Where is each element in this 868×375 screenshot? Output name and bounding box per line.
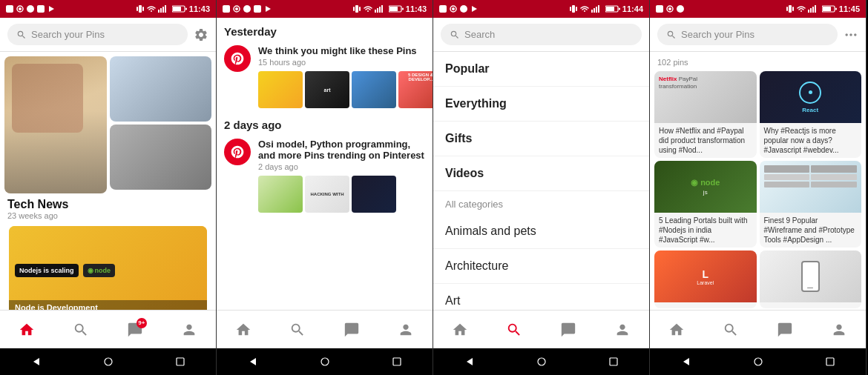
pin-card-s4-2[interactable]: React Why #Reactjs is more popular now a… bbox=[760, 71, 862, 158]
svg-rect-63 bbox=[808, 10, 809, 13]
recent-btn-4[interactable] bbox=[824, 356, 836, 368]
pin-img-react: React bbox=[760, 71, 862, 123]
nav-home-1[interactable] bbox=[18, 321, 36, 339]
nav-profile-2[interactable] bbox=[397, 321, 415, 339]
search-bar-container-4: Search your Pins bbox=[650, 18, 866, 52]
svg-point-58 bbox=[668, 7, 671, 10]
notif-item-2[interactable]: Osi model, Python programming, and more … bbox=[224, 139, 425, 213]
pinterest-logo-1 bbox=[230, 51, 245, 66]
search-bar-1[interactable]: Search your Pins bbox=[7, 24, 188, 45]
category-art[interactable]: Art bbox=[433, 284, 649, 310]
svg-marker-53 bbox=[467, 358, 473, 365]
status-icons-right-4: 11:45 bbox=[786, 4, 860, 13]
settings-icon-4[interactable] bbox=[844, 27, 858, 42]
pin-caption-4: Finest 9 Popular #Wireframe and #Prototy… bbox=[760, 213, 862, 248]
app-icon-2a bbox=[223, 5, 230, 13]
pin-card-phone[interactable] bbox=[110, 56, 212, 122]
svg-rect-23 bbox=[254, 5, 261, 13]
svg-marker-70 bbox=[683, 358, 689, 365]
status-icons-left bbox=[6, 5, 55, 13]
svg-rect-26 bbox=[355, 5, 358, 13]
svg-rect-28 bbox=[375, 10, 376, 13]
android-nav-1 bbox=[0, 348, 216, 375]
feed-content-1: Tech News 23 weeks ago Nodejs is scaling… bbox=[0, 52, 216, 310]
nav-profile-1[interactable] bbox=[180, 321, 198, 339]
svg-marker-5 bbox=[49, 6, 54, 12]
search-bar-3[interactable]: Search bbox=[441, 24, 642, 45]
nav-home-3[interactable] bbox=[451, 321, 469, 339]
back-btn-1[interactable] bbox=[30, 356, 42, 368]
svg-rect-19 bbox=[223, 5, 230, 13]
category-gifts[interactable]: Gifts bbox=[433, 122, 649, 156]
search-bar-container-1: Search your Pins bbox=[0, 18, 216, 52]
pin-card-node[interactable]: Nodejs is scaling ◉ node Node is Develop… bbox=[9, 226, 207, 310]
notif-section-2days: 2 days ago bbox=[224, 119, 425, 131]
search-bar-4[interactable]: Search your Pins bbox=[657, 24, 838, 45]
svg-rect-9 bbox=[158, 10, 160, 13]
pin-card-s4-6[interactable] bbox=[760, 250, 862, 308]
play-icon-3 bbox=[470, 5, 478, 13]
pinterest-avatar-1 bbox=[224, 45, 251, 72]
category-popular[interactable]: Popular bbox=[433, 52, 649, 87]
battery-icon bbox=[172, 5, 187, 13]
pin-card-s4-3[interactable]: ◉ node js 5 Leading Portals built with #… bbox=[654, 161, 757, 248]
category-animals[interactable]: Animals and pets bbox=[433, 214, 649, 249]
svg-rect-8 bbox=[142, 7, 144, 11]
nav-messages-4[interactable] bbox=[776, 321, 794, 339]
nav-messages-3[interactable] bbox=[559, 321, 577, 339]
recent-btn-3[interactable] bbox=[608, 356, 619, 368]
nav-search-3[interactable] bbox=[505, 321, 523, 339]
svg-rect-62 bbox=[792, 7, 794, 11]
notif-text-2: Osi model, Python programming, and more … bbox=[258, 139, 425, 213]
status-time-4: 11:45 bbox=[839, 4, 860, 13]
category-videos[interactable]: Videos bbox=[433, 156, 649, 191]
pin-card-glasses[interactable] bbox=[110, 125, 212, 190]
svg-rect-11 bbox=[162, 7, 164, 13]
category-architecture[interactable]: Architecture bbox=[433, 249, 649, 284]
nav-search-4[interactable] bbox=[722, 321, 740, 339]
board-title-1: Tech News bbox=[7, 198, 68, 211]
back-btn-3[interactable] bbox=[464, 356, 476, 368]
svg-point-40 bbox=[452, 7, 455, 10]
nav-messages-1[interactable]: 9+ bbox=[126, 321, 144, 339]
nav-profile-4[interactable] bbox=[830, 321, 848, 339]
nav-home-2[interactable] bbox=[234, 321, 252, 339]
search-icon-4 bbox=[666, 30, 677, 40]
nav-search-2[interactable] bbox=[289, 321, 306, 339]
nav-search-1[interactable] bbox=[72, 321, 90, 339]
nav-messages-2[interactable] bbox=[343, 321, 361, 339]
category-everything[interactable]: Everything bbox=[433, 87, 649, 122]
signal-icon-2 bbox=[375, 5, 387, 13]
nav-profile-3[interactable] bbox=[614, 321, 631, 339]
status-bar-2: 11:43 bbox=[217, 0, 433, 18]
home-btn-4[interactable] bbox=[752, 356, 764, 368]
home-btn-1[interactable] bbox=[102, 356, 114, 368]
nav-home-4[interactable] bbox=[668, 321, 685, 339]
home-btn-3[interactable] bbox=[536, 356, 548, 368]
notif-item-1[interactable]: We think you might like these Pins 15 ho… bbox=[224, 45, 425, 108]
settings-icon-1[interactable] bbox=[194, 27, 208, 42]
status-icons-left-2 bbox=[223, 5, 272, 13]
wifi-icon-3 bbox=[580, 5, 589, 13]
home-btn-2[interactable] bbox=[319, 356, 331, 368]
recent-btn-2[interactable] bbox=[391, 356, 403, 368]
svg-rect-56 bbox=[656, 5, 663, 13]
back-btn-4[interactable] bbox=[680, 356, 692, 368]
status-time-2: 11:43 bbox=[406, 4, 427, 13]
pin-card-s4-5[interactable]: L Laravel bbox=[654, 250, 757, 308]
status-icons-left-4 bbox=[656, 5, 684, 13]
pin-card-s4-4[interactable]: Finest 9 Popular #Wireframe and #Prototy… bbox=[760, 161, 862, 248]
back-btn-2[interactable] bbox=[247, 356, 259, 368]
pin-img-mobile bbox=[760, 250, 862, 302]
svg-rect-22 bbox=[243, 5, 251, 13]
search-placeholder-1: Search your Pins bbox=[31, 29, 105, 40]
pin-card-vr[interactable] bbox=[4, 56, 107, 193]
recent-btn-1[interactable] bbox=[174, 356, 186, 368]
pin-card-s4-1[interactable]: Netflix PayPaltransformation How #Netfli… bbox=[654, 71, 757, 158]
phone-3: 11:44 Search Popular Everything Gifts Vi… bbox=[433, 0, 650, 375]
svg-rect-66 bbox=[815, 5, 816, 13]
bottom-nav-4 bbox=[650, 310, 866, 348]
search-bar-container-3: Search bbox=[433, 18, 649, 52]
board-subtitle-1: 23 weeks ago bbox=[7, 211, 68, 220]
svg-rect-55 bbox=[610, 358, 617, 365]
